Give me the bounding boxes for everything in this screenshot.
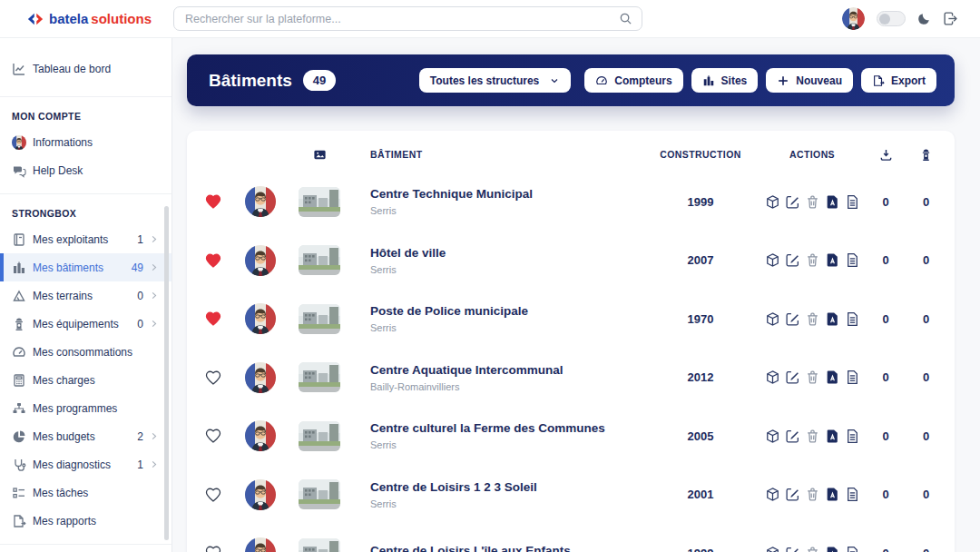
trash-icon[interactable] bbox=[805, 546, 820, 552]
divider bbox=[0, 96, 172, 97]
cube-icon[interactable] bbox=[765, 429, 780, 444]
favorite-button[interactable] bbox=[204, 428, 222, 444]
download-icon[interactable] bbox=[879, 148, 893, 162]
cube-icon[interactable] bbox=[765, 194, 780, 210]
pdf-icon[interactable] bbox=[825, 487, 840, 502]
pdf-icon[interactable] bbox=[825, 370, 840, 385]
header-button-export[interactable]: Export bbox=[861, 68, 936, 93]
trash-icon[interactable] bbox=[805, 252, 820, 268]
favorite-button[interactable] bbox=[204, 545, 222, 552]
building-photo[interactable] bbox=[281, 538, 358, 552]
building-photo[interactable] bbox=[281, 479, 358, 509]
building-photo[interactable] bbox=[281, 245, 358, 275]
sidebar-item-mes-terrains[interactable]: Mes terrains 0 bbox=[0, 281, 172, 310]
page-header: Bâtiments 49 Toutes les structures Compt… bbox=[187, 54, 955, 106]
hydrant-icon[interactable] bbox=[919, 148, 933, 162]
favorite-button[interactable] bbox=[204, 487, 222, 503]
sidebar-item-mes-exploitants[interactable]: Mes exploitants 1 bbox=[0, 225, 172, 253]
edit-icon[interactable] bbox=[785, 487, 800, 502]
trash-icon[interactable] bbox=[805, 429, 820, 444]
moon-icon[interactable] bbox=[917, 12, 931, 25]
building-name[interactable]: Centre de Loisirs L'île aux Enfants bbox=[370, 544, 651, 552]
sidebar-item-mes-budgets[interactable]: Mes budgets 2 bbox=[0, 422, 172, 450]
search-input[interactable] bbox=[183, 12, 619, 26]
document-icon[interactable] bbox=[845, 487, 860, 502]
header-button-nouveau[interactable]: Nouveau bbox=[766, 68, 853, 93]
structures-filter-dropdown[interactable]: Toutes les structures bbox=[419, 68, 571, 93]
edit-icon[interactable] bbox=[785, 429, 800, 444]
brand-logo[interactable]: batelasolutions bbox=[27, 11, 152, 26]
sidebar-item-mes-batiments[interactable]: Mes bâtiments 49 bbox=[0, 253, 172, 281]
building-name[interactable]: Poste de Police municipale bbox=[370, 304, 651, 318]
cube-icon[interactable] bbox=[765, 487, 780, 502]
pdf-icon[interactable] bbox=[825, 311, 840, 327]
sidebar-item-informations[interactable]: Informations bbox=[0, 128, 172, 156]
header-button-label: Sites bbox=[721, 74, 748, 87]
trash-icon[interactable] bbox=[805, 194, 820, 210]
cube-icon[interactable] bbox=[765, 252, 780, 268]
building-photo[interactable] bbox=[281, 304, 358, 334]
trash-icon[interactable] bbox=[805, 487, 820, 502]
building-name[interactable]: Centre de Loisirs 1 2 3 Soleil bbox=[370, 480, 651, 494]
cube-icon[interactable] bbox=[765, 546, 780, 552]
favorite-button[interactable] bbox=[204, 252, 222, 269]
search-icon[interactable] bbox=[619, 12, 632, 25]
building-name[interactable]: Centre Technique Municipal bbox=[370, 187, 651, 201]
edit-icon[interactable] bbox=[785, 546, 800, 552]
header-button-sites[interactable]: Sites bbox=[691, 68, 759, 93]
header-button-icon bbox=[872, 74, 885, 87]
document-icon[interactable] bbox=[845, 429, 860, 444]
user-avatar[interactable] bbox=[842, 7, 865, 30]
trash-icon[interactable] bbox=[805, 311, 820, 327]
sidebar-item-tableau-de-bord[interactable]: Tableau de bord bbox=[0, 51, 172, 87]
cube-icon[interactable] bbox=[765, 370, 780, 385]
theme-toggle[interactable] bbox=[877, 11, 906, 26]
building-city: Serris bbox=[370, 439, 651, 450]
sidebar-item-icon bbox=[12, 429, 26, 444]
pdf-icon[interactable] bbox=[825, 194, 840, 210]
buildings-table: BÂTIMENT CONSTRUCTION ACTIONS Centre Tec… bbox=[187, 131, 955, 552]
document-icon[interactable] bbox=[845, 546, 860, 552]
sidebar-scrollbar[interactable] bbox=[164, 206, 169, 540]
sidebar-item-help-desk[interactable]: Help Desk bbox=[0, 156, 172, 184]
sidebar-item-mes-programmes[interactable]: Mes programmes bbox=[0, 394, 172, 422]
cube-icon[interactable] bbox=[765, 311, 780, 327]
header-button-compteurs[interactable]: Compteurs bbox=[584, 68, 682, 93]
building-photo[interactable] bbox=[281, 421, 358, 451]
header-buttons: Toutes les structures Compteurs Sites No… bbox=[419, 68, 936, 93]
sidebar-item-mes-taches[interactable]: Mes tâches bbox=[0, 478, 172, 507]
favorite-button[interactable] bbox=[204, 370, 222, 386]
document-icon[interactable] bbox=[845, 370, 860, 385]
section-title-strongbox: STRONGBOX bbox=[12, 208, 160, 219]
sidebar-item-mes-charges[interactable]: Mes charges bbox=[0, 366, 172, 394]
table-row: Centre Aquatique Intercommunal Bailly-Ro… bbox=[187, 349, 955, 408]
favorite-button[interactable] bbox=[204, 193, 222, 210]
building-name[interactable]: Hôtel de ville bbox=[370, 246, 651, 260]
edit-icon[interactable] bbox=[785, 370, 800, 385]
chevron-right-icon bbox=[149, 291, 159, 301]
column-batiment[interactable]: BÂTIMENT bbox=[358, 149, 651, 160]
document-icon[interactable] bbox=[845, 252, 860, 268]
sidebar-item-mes-equipements[interactable]: Mes équipements 0 bbox=[0, 310, 172, 338]
document-icon[interactable] bbox=[845, 311, 860, 327]
building-name[interactable]: Centre culturel la Ferme des Communes bbox=[370, 421, 651, 435]
favorite-button[interactable] bbox=[204, 310, 222, 327]
edit-icon[interactable] bbox=[785, 252, 800, 268]
building-photo[interactable] bbox=[281, 187, 358, 217]
edit-icon[interactable] bbox=[785, 194, 800, 210]
row-actions bbox=[750, 252, 874, 268]
building-photo[interactable] bbox=[281, 362, 358, 392]
logout-icon[interactable] bbox=[943, 11, 958, 26]
trash-icon[interactable] bbox=[805, 370, 820, 385]
table-row: Centre culturel la Ferme des Communes Se… bbox=[187, 407, 955, 466]
sidebar-item-mes-rapports[interactable]: Mes rapports bbox=[0, 507, 172, 535]
building-name[interactable]: Centre Aquatique Intercommunal bbox=[370, 363, 651, 377]
pdf-icon[interactable] bbox=[825, 252, 840, 268]
edit-icon[interactable] bbox=[785, 311, 800, 327]
document-icon[interactable] bbox=[845, 194, 860, 210]
sidebar-item-mes-consommations[interactable]: Mes consommations bbox=[0, 338, 172, 366]
pdf-icon[interactable] bbox=[825, 546, 840, 552]
pdf-icon[interactable] bbox=[825, 429, 840, 444]
sidebar-item-mes-diagnostics[interactable]: Mes diagnostics 1 bbox=[0, 450, 172, 478]
column-construction[interactable]: CONSTRUCTION bbox=[651, 149, 750, 160]
